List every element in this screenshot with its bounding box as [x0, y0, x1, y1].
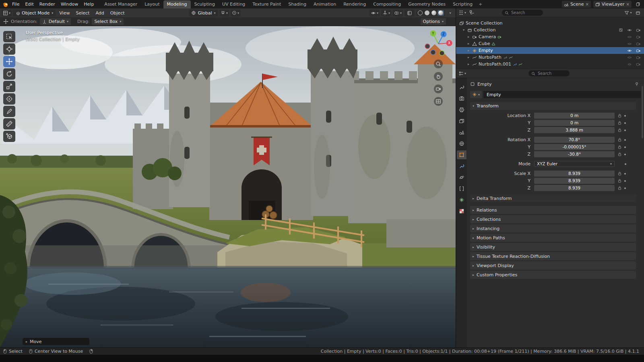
- render-camera-icon[interactable]: [636, 48, 641, 53]
- relations-panel-header[interactable]: ▸ Relations: [470, 206, 636, 214]
- animate-dot[interactable]: [624, 130, 626, 131]
- location-z-field[interactable]: 3.888 m: [534, 127, 615, 133]
- toggle-xray-button[interactable]: [405, 10, 415, 16]
- visibility-panel-header[interactable]: ▸ Visibility: [470, 243, 636, 251]
- properties-editor-type-button[interactable]: ▾: [458, 70, 466, 77]
- menu-window[interactable]: Window: [58, 0, 81, 8]
- menu-render[interactable]: Render: [37, 0, 58, 8]
- snap-toggle-button[interactable]: ▾: [219, 10, 229, 16]
- render-camera-icon[interactable]: [636, 28, 641, 33]
- outliner-row-cube[interactable]: ▸ Cube: [456, 40, 644, 47]
- tab-physics-properties[interactable]: [457, 173, 466, 182]
- pin-icon[interactable]: [634, 82, 639, 86]
- viewport[interactable]: User Perspective (850) Collection | Empt…: [0, 26, 456, 348]
- menu-edit[interactable]: Edit: [22, 0, 36, 8]
- outliner-search[interactable]: [502, 10, 543, 16]
- orientation-gizmo[interactable]: Y Z X: [424, 28, 452, 56]
- animate-dot[interactable]: [625, 163, 626, 165]
- options-dropdown[interactable]: Options ▾: [421, 18, 446, 25]
- camera-view-icon[interactable]: [434, 84, 443, 93]
- tab-render-properties[interactable]: [457, 94, 466, 103]
- outliner-filter-icon[interactable]: ▾: [624, 9, 632, 16]
- outliner-row-empty[interactable]: ▸ Empty: [456, 47, 644, 54]
- custom-properties-panel-header[interactable]: ▸ Custom Properties: [470, 271, 636, 279]
- tab-shading[interactable]: Shading: [285, 0, 310, 8]
- lock-icon[interactable]: [618, 113, 621, 118]
- outliner-display-mode-icon[interactable]: [468, 9, 476, 16]
- shading-material-button[interactable]: [431, 10, 437, 16]
- blender-logo-icon[interactable]: [2, 1, 9, 8]
- tab-texture-paint[interactable]: Texture Paint: [249, 0, 285, 8]
- lock-icon[interactable]: [618, 128, 621, 132]
- drag-setting-dropdown[interactable]: Select Box ▾: [92, 18, 124, 25]
- render-camera-icon[interactable]: [636, 55, 641, 60]
- properties-scrollbar[interactable]: [642, 86, 643, 138]
- tab-rendering[interactable]: Rendering: [340, 0, 369, 8]
- scale-x-field[interactable]: 8.939: [534, 171, 615, 177]
- tool-cursor[interactable]: [3, 43, 15, 55]
- tool-scale[interactable]: [3, 81, 15, 92]
- viewlayer-unlink-icon[interactable]: ×: [626, 2, 630, 6]
- hide-eye-icon[interactable]: [627, 55, 632, 60]
- tool-transform[interactable]: [3, 93, 15, 105]
- zoom-icon[interactable]: [434, 60, 443, 68]
- lock-icon[interactable]: [618, 179, 621, 183]
- object-id-type-button[interactable]: ▾: [470, 91, 482, 98]
- editor-type-button[interactable]: ▾: [2, 10, 12, 16]
- rotation-mode-dropdown[interactable]: XYZ Euler ▾: [534, 161, 615, 167]
- lock-icon[interactable]: [618, 145, 621, 149]
- animate-dot[interactable]: [624, 115, 626, 117]
- animate-dot[interactable]: [624, 187, 626, 189]
- render-camera-icon[interactable]: [636, 62, 641, 67]
- tab-animation[interactable]: Animation: [310, 0, 340, 8]
- rotation-y-field[interactable]: -0.000015°: [534, 144, 615, 150]
- pan-hand-icon[interactable]: [434, 72, 443, 81]
- new-viewlayer-icon[interactable]: [634, 1, 642, 8]
- overlays-button[interactable]: ▾: [393, 10, 403, 16]
- location-x-field[interactable]: 0 m: [534, 113, 615, 119]
- exclude-checkbox-icon[interactable]: [619, 28, 623, 32]
- tab-modifier-properties[interactable]: [457, 162, 466, 171]
- tissue-panel-header[interactable]: ▸ Tissue Texture Reaction-Diffusion: [470, 252, 636, 260]
- render-camera-icon[interactable]: [636, 35, 641, 39]
- tab-constraint-properties[interactable]: [457, 184, 466, 193]
- tab-compositing[interactable]: Compositing: [369, 0, 405, 8]
- tab-texture-properties[interactable]: [457, 207, 466, 216]
- properties-search-input[interactable]: [537, 71, 567, 76]
- tool-rotate[interactable]: [3, 68, 15, 80]
- outliner-row-collection[interactable]: ▾ Collection: [456, 27, 644, 33]
- tab-object-data-properties[interactable]: [457, 195, 466, 204]
- outliner-new-collection-icon[interactable]: [634, 9, 642, 16]
- collections-panel-header[interactable]: ▸ Collections: [470, 215, 636, 223]
- outliner-row-nurbspath-001[interactable]: ▸ NurbsPath.001: [456, 61, 644, 68]
- outliner-row-nurbspath[interactable]: ▸ NurbsPath: [456, 54, 644, 61]
- tab-world-properties[interactable]: [457, 139, 466, 148]
- empty-expander[interactable]: ▸: [466, 49, 471, 52]
- outliner-row-scene-collection[interactable]: Scene Collection: [456, 20, 644, 27]
- tab-tool-properties[interactable]: [457, 83, 466, 92]
- lock-icon[interactable]: [618, 152, 621, 156]
- object-type-visibility-button[interactable]: ▾: [369, 10, 380, 16]
- animate-dot[interactable]: [624, 154, 626, 155]
- lock-icon[interactable]: [618, 121, 621, 125]
- lock-icon[interactable]: [618, 171, 621, 176]
- tool-measure[interactable]: [3, 118, 15, 130]
- perspective-grid-icon[interactable]: [434, 97, 443, 106]
- tab-object-properties[interactable]: [457, 150, 466, 159]
- tab-geometry-nodes[interactable]: Geometry Nodes: [405, 0, 449, 8]
- properties-search[interactable]: [528, 70, 570, 76]
- menu-select[interactable]: Select: [73, 10, 92, 16]
- proportional-editing-button[interactable]: ▾: [231, 10, 241, 16]
- tab-modeling[interactable]: Modeling: [163, 0, 191, 8]
- nurbspath-expander[interactable]: ▸: [466, 56, 471, 59]
- menu-help[interactable]: Help: [81, 0, 97, 8]
- animate-dot[interactable]: [624, 139, 626, 141]
- animate-dot[interactable]: [624, 180, 626, 182]
- scene-selector[interactable]: Scene ×: [562, 1, 591, 8]
- animate-dot[interactable]: [624, 173, 626, 175]
- tab-layout[interactable]: Layout: [141, 0, 163, 8]
- animate-dot[interactable]: [624, 122, 626, 124]
- add-workspace-button[interactable]: +: [476, 0, 485, 8]
- hide-eye-icon[interactable]: [627, 41, 632, 46]
- scene-unlink-icon[interactable]: ×: [585, 2, 588, 6]
